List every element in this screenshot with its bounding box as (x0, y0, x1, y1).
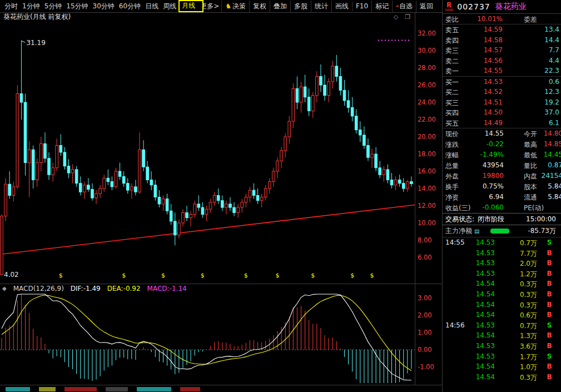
dividend-marker[interactable]: $ (244, 272, 248, 279)
price-axis-label: 22.00 (418, 116, 436, 123)
bid-level-5: 买五14.496.1 (443, 118, 561, 128)
tab-weekly[interactable]: 周线 (161, 1, 178, 12)
candle-body (166, 199, 168, 211)
dividend-marker[interactable]: $ (59, 272, 63, 279)
tool-f10[interactable]: F10 (352, 1, 371, 11)
window-popout-icon[interactable]: ❐ (405, 13, 410, 21)
status-fragment (180, 387, 200, 391)
candle (44, 132, 47, 162)
tool-statistics[interactable]: 统计 (311, 1, 331, 12)
tick-list[interactable]: 14:5514.530.7万S14.537.7万B14.532.0万B14.53… (443, 237, 561, 382)
main-force-label: 主力净额 (445, 226, 472, 236)
bid-level-1-price[interactable]: 14.53 (467, 78, 503, 86)
dividend-marker[interactable]: $ (161, 272, 165, 279)
candle (142, 140, 145, 171)
dividend-marker[interactable]: $ (311, 272, 315, 279)
info-value: 14.45 (526, 151, 561, 158)
dividend-marker[interactable]: $ (201, 272, 205, 279)
ask-level-2: 卖二14.564.4 (443, 56, 561, 66)
tab-60min[interactable]: 60分钟 (117, 1, 143, 12)
candle (213, 192, 216, 206)
bid-level-5-price[interactable]: 14.49 (467, 119, 503, 127)
stock-code[interactable]: 002737 (457, 2, 490, 11)
indicator-diamond-icon[interactable]: ◆ (2, 285, 7, 291)
weibi-row: 委比 10.01% 委差 (443, 14, 561, 24)
price-axis-label: 14.00 (418, 185, 436, 192)
dividend-marker[interactable]: $ (350, 272, 354, 279)
candle-body (91, 190, 94, 199)
stock-name[interactable]: 葵花药业 (495, 2, 527, 12)
tab-time-share[interactable]: 分时 (2, 1, 20, 12)
candle (115, 168, 117, 188)
tab-monthly[interactable]: 月线 (178, 0, 203, 12)
candle (269, 178, 271, 193)
candle-body (371, 154, 374, 157)
diamond-icon[interactable]: ◇ (394, 13, 398, 21)
dividend-marker[interactable]: $ (370, 272, 374, 279)
tick-side-flag: B (545, 363, 554, 370)
ask-level-4-price[interactable]: 14.58 (467, 36, 503, 44)
tool-draw-line[interactable]: 画线 (331, 1, 352, 12)
dif-line (2, 294, 411, 380)
candle-body (331, 66, 334, 82)
tool-mark[interactable]: 标记 (371, 1, 392, 12)
main-force-row[interactable]: 主力净额 ▤ -85.73万 (443, 225, 561, 237)
ask-level-3-price[interactable]: 14.57 (467, 46, 503, 54)
tool-multi-stock[interactable]: 多股 (290, 1, 311, 12)
tab-1min[interactable]: 1分钟 (20, 1, 42, 12)
candle (182, 209, 185, 226)
tool-decision[interactable]: ♞决策 (221, 1, 249, 12)
candle (138, 132, 141, 193)
ask-level-5-price[interactable]: 14.59 (467, 26, 503, 33)
candle-body (284, 137, 287, 151)
tool-back[interactable]: 返回 (416, 1, 436, 12)
candle-body (398, 180, 401, 183)
tick-qty: 1.2万 (502, 270, 537, 279)
tick-qty: 0.3万 (502, 290, 537, 300)
candle-body (182, 212, 185, 223)
candle-body (406, 182, 409, 188)
trading-status-label: 交易状态: (445, 215, 474, 224)
ask-level-2-price[interactable]: 14.56 (467, 57, 503, 64)
candle-body (111, 182, 113, 187)
candle (95, 190, 98, 204)
tick-price: 14.54 (466, 280, 495, 287)
price-axis-label: 16.00 (418, 167, 436, 175)
bid-level-3-price[interactable]: 14.51 (467, 98, 503, 106)
macd-name[interactable]: MACD(12,26,9) (13, 285, 64, 292)
candle (316, 71, 319, 102)
candle-body (375, 154, 378, 168)
tick-row-1: 14.537.7万B (443, 248, 561, 259)
tab-30min[interactable]: 30分钟 (91, 1, 117, 12)
candle-body (99, 188, 102, 193)
app-window: 分时1分钟5分钟15分钟30分钟60分钟日线周线月线更多> ♞决策复权叠加多股统… (0, 0, 561, 392)
candle-body (296, 88, 299, 102)
candle (394, 176, 397, 190)
dividend-marker[interactable]: $ (122, 272, 126, 279)
candle-body (8, 184, 11, 195)
candle (24, 94, 27, 176)
main-force-value: -85.73万 (528, 226, 558, 236)
macd-chart[interactable] (0, 292, 415, 385)
price-chart[interactable]: $$$$$$$$$31.194.02 (0, 21, 415, 284)
tick-time: 14:56 (445, 321, 465, 329)
tool-remove-watchlist[interactable]: -自选 (392, 1, 416, 12)
tab-15min[interactable]: 15分钟 (64, 1, 90, 12)
quote-info-row-0: 现价14.55今开14.80 (443, 128, 561, 139)
bid-level-2-price[interactable]: 14.52 (467, 88, 503, 96)
candle (118, 163, 121, 180)
ask-level-1-price[interactable]: 14.55 (467, 67, 503, 75)
candle-body (264, 188, 267, 197)
tool-adjust-rights[interactable]: 复权 (249, 1, 270, 12)
tick-price: 14.53 (466, 259, 495, 267)
tab-5min[interactable]: 5分钟 (42, 1, 64, 12)
dividend-marker[interactable]: $ (276, 272, 280, 279)
tab-daily[interactable]: 日线 (143, 1, 161, 12)
tick-price: 14.53 (466, 353, 495, 360)
ask-levels: 卖五14.5913.4卖四14.5814.4卖三14.577.7卖二14.564… (443, 24, 561, 76)
bid-level-4-price[interactable]: 14.50 (467, 108, 503, 116)
tick-price: 14.53 (466, 342, 495, 350)
tick-qty: 0.6万 (502, 311, 537, 320)
macd-dea-value: DEA:-0.92 (107, 285, 141, 292)
tool-overlay[interactable]: 叠加 (270, 1, 290, 12)
